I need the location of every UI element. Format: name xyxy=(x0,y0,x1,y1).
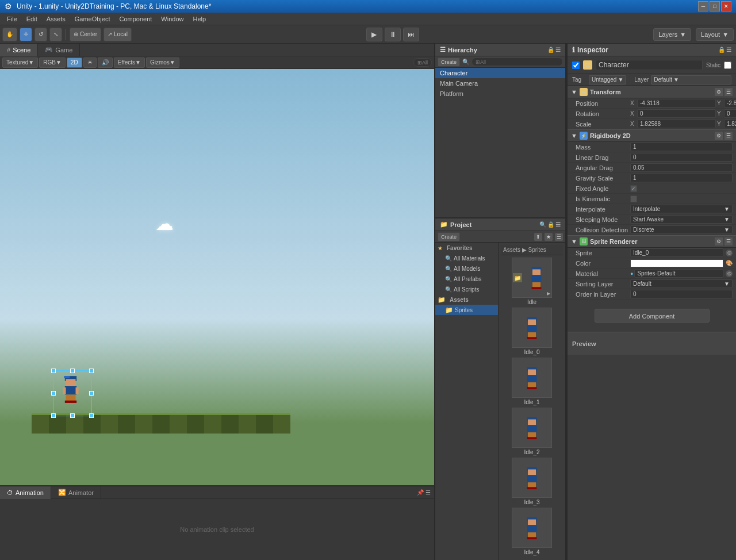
play-button[interactable]: ▶ xyxy=(366,28,382,41)
sleeping-mode-dropdown[interactable]: Start Awake ▼ xyxy=(630,215,733,224)
hierarchy-menu-icon[interactable]: ☰ xyxy=(555,47,561,53)
object-name-field[interactable] xyxy=(596,60,703,70)
bottom-menu-icon[interactable]: ☰ xyxy=(425,489,431,496)
project-menu-icon[interactable]: ☰ xyxy=(555,221,561,228)
position-x-field[interactable] xyxy=(637,99,716,108)
transform-settings-btn[interactable]: ⚙ xyxy=(715,88,723,96)
mass-field[interactable] xyxy=(630,143,733,151)
sprite-item-idle3[interactable]: Idle_3 xyxy=(503,458,561,505)
move-tool[interactable]: ✛ xyxy=(20,28,32,41)
handle-tm[interactable] xyxy=(70,369,75,373)
close-button[interactable]: ✕ xyxy=(721,1,731,11)
bottom-pin-icon[interactable]: 📌 xyxy=(417,489,424,496)
layout-dropdown[interactable]: Layout ▼ xyxy=(696,28,734,41)
all-scripts-item[interactable]: 🔍 All Scripts xyxy=(435,284,498,294)
layer-dropdown[interactable]: Default ▼ xyxy=(651,75,731,85)
project-icon-btn-1[interactable]: ⬆ xyxy=(534,233,542,241)
color-swatch[interactable] xyxy=(630,259,723,267)
rigidbody2d-component-header[interactable]: ▼ ⚡ Rigidbody 2D ⚙ ☰ xyxy=(568,129,736,142)
light-button[interactable]: ☀ xyxy=(83,57,97,68)
layers-dropdown[interactable]: Layers ▼ xyxy=(653,28,691,41)
material-target-icon[interactable]: ◎ xyxy=(726,270,733,277)
rotate-tool[interactable]: ↺ xyxy=(34,28,47,41)
add-component-button[interactable]: Add Component xyxy=(595,309,710,323)
collision-detection-dropdown[interactable]: Discrete ▼ xyxy=(630,225,733,234)
rigidbody-settings-btn[interactable]: ⚙ xyxy=(715,132,723,140)
project-lock-icon[interactable]: 🔒 xyxy=(547,221,554,228)
menu-assets[interactable]: Assets xyxy=(42,14,70,24)
tab-game[interactable]: 🎮 Game xyxy=(38,44,80,56)
gravity-scale-field[interactable] xyxy=(630,174,733,182)
menu-help[interactable]: Help xyxy=(188,14,210,24)
handle-lm[interactable] xyxy=(51,391,56,396)
interpolate-dropdown[interactable]: Interpolate ▼ xyxy=(630,205,733,213)
hierarchy-search-input[interactable] xyxy=(471,57,563,66)
material-dropdown[interactable]: Sprites-Default xyxy=(634,269,723,278)
project-icon-btn-3[interactable]: ☰ xyxy=(555,233,563,241)
hierarchy-item-platform[interactable]: Platform xyxy=(435,89,565,99)
menu-gameobject[interactable]: GameObject xyxy=(70,14,115,24)
hand-tool[interactable]: ✋ xyxy=(2,28,17,41)
gizmos-button[interactable]: Gizmos ▼ xyxy=(146,57,179,68)
scale-x-field[interactable] xyxy=(637,120,716,128)
sprite-renderer-menu-btn[interactable]: ☰ xyxy=(724,237,733,246)
hierarchy-item-main-camera[interactable]: Main Camera xyxy=(435,78,565,89)
is-kinematic-checkbox[interactable] xyxy=(630,195,637,202)
inspector-lock-icon[interactable]: 🔒 xyxy=(718,47,725,53)
effects-button[interactable]: Effects ▼ xyxy=(114,57,145,68)
sprite-renderer-component-header[interactable]: ▼ 🖼 Sprite Renderer ⚙ ☰ xyxy=(568,235,736,248)
scene-search[interactable]: ⊞All xyxy=(413,58,432,67)
all-materials-item[interactable]: 🔍 All Materials xyxy=(435,253,498,263)
order-in-layer-field[interactable] xyxy=(630,290,733,298)
sprite-dropdown[interactable]: Idle_0 xyxy=(630,248,723,257)
rigidbody-menu-btn[interactable]: ☰ xyxy=(724,132,733,140)
project-icon-btn-2[interactable]: ★ xyxy=(545,233,553,241)
hierarchy-lock-icon[interactable]: 🔒 xyxy=(547,47,554,53)
linear-drag-field[interactable] xyxy=(630,153,733,162)
local-button[interactable]: ↗ Local xyxy=(103,28,132,41)
handle-bm[interactable] xyxy=(70,413,75,418)
project-search-icon[interactable]: 🔍 xyxy=(539,221,546,228)
menu-edit[interactable]: Edit xyxy=(22,14,42,24)
scale-tool[interactable]: ⤡ xyxy=(49,28,62,41)
pause-button[interactable]: ⏸ xyxy=(385,28,401,41)
minimize-button[interactable]: ─ xyxy=(698,1,708,11)
sprite-item-idle4[interactable]: Idle_4 xyxy=(503,508,561,555)
handle-bl[interactable] xyxy=(51,413,56,418)
static-checkbox[interactable] xyxy=(724,62,731,69)
hierarchy-item-character[interactable]: Character xyxy=(435,68,565,78)
menu-component[interactable]: Component xyxy=(114,14,156,24)
tab-animation[interactable]: ⏱ Animation xyxy=(0,486,51,499)
textured-dropdown[interactable]: Textured ▼ xyxy=(2,57,38,68)
handle-br[interactable] xyxy=(89,413,94,418)
sprite-renderer-settings-btn[interactable]: ⚙ xyxy=(715,237,723,246)
rgb-dropdown[interactable]: RGB ▼ xyxy=(39,57,66,68)
transform-component-header[interactable]: ▼ ⇔ Transform ⚙ ☰ xyxy=(568,86,736,98)
fixed-angle-checkbox[interactable] xyxy=(630,185,637,192)
2d-button[interactable]: 2D xyxy=(67,57,82,68)
all-prefabs-item[interactable]: 🔍 All Prefabs xyxy=(435,274,498,284)
maximize-button[interactable]: □ xyxy=(710,1,720,11)
sprite-target-icon[interactable]: ◎ xyxy=(726,250,733,256)
inspector-menu-icon[interactable]: ☰ xyxy=(726,47,731,53)
sprite-item-idle0[interactable]: Idle_0 xyxy=(503,308,561,355)
sprite-item-idle1[interactable]: Idle_1 xyxy=(503,358,561,405)
center-button[interactable]: ⊕ Center xyxy=(70,28,101,41)
color-picker-icon[interactable]: 🎨 xyxy=(726,260,733,266)
scale-y-field[interactable] xyxy=(724,120,736,128)
all-models-item[interactable]: 🔍 All Models xyxy=(435,263,498,274)
project-create-btn[interactable]: Create xyxy=(438,232,460,241)
menu-file[interactable]: File xyxy=(2,14,22,24)
position-y-field[interactable] xyxy=(724,99,736,108)
step-button[interactable]: ⏭ xyxy=(403,28,419,41)
tag-dropdown[interactable]: Untagged ▼ xyxy=(589,75,626,85)
tab-animator[interactable]: 🔀 Animator xyxy=(51,486,101,499)
object-enabled-checkbox[interactable] xyxy=(572,62,580,69)
angular-drag-field[interactable] xyxy=(630,163,733,172)
sprite-item-idle[interactable]: 📁 ▶ xyxy=(503,258,561,305)
scene-view[interactable] xyxy=(0,69,434,485)
rotation-y-field[interactable] xyxy=(724,109,736,118)
handle-rm[interactable] xyxy=(89,391,94,396)
transform-menu-btn[interactable]: ☰ xyxy=(724,88,733,96)
sprite-item-idle2[interactable]: Idle_2 xyxy=(503,408,561,455)
